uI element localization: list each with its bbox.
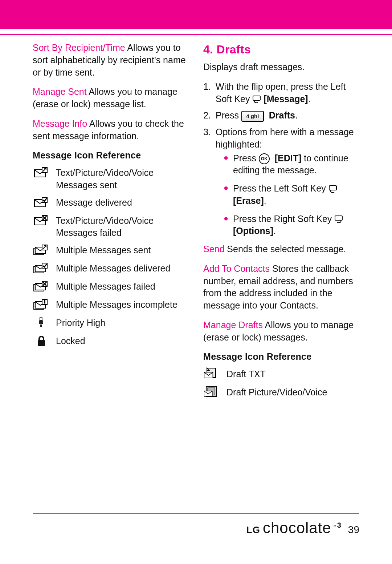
multi-failed-icon bbox=[33, 279, 49, 294]
term: Send bbox=[203, 244, 224, 254]
brand-lg: LG bbox=[246, 524, 260, 535]
def-send: Send Sends the selected message. bbox=[203, 243, 359, 255]
list-item: Multiple Messages sent bbox=[33, 243, 189, 257]
envelope-check-icon bbox=[33, 195, 49, 210]
term: Add To Contacts bbox=[203, 263, 270, 274]
page-number: 39 bbox=[348, 523, 359, 537]
steps: With the flip open, press the Left Soft … bbox=[203, 81, 359, 237]
icon-label: Draft Picture/Video/Voice bbox=[226, 385, 359, 399]
icon-label: Multiple Messages failed bbox=[56, 279, 189, 293]
list-item: Draft Picture/Video/Voice bbox=[203, 385, 359, 399]
bullet-erase: Press the Left Soft Key [Erase]. bbox=[226, 182, 359, 207]
step-1: With the flip open, press the Left Soft … bbox=[213, 81, 359, 105]
term: Message Info bbox=[33, 118, 87, 129]
icon-ref-heading: Message Icon Reference bbox=[203, 351, 359, 363]
step-2: Press 4 ghi Drafts. bbox=[213, 109, 359, 122]
desc: Sends the selected message. bbox=[224, 244, 346, 254]
list-item: Text/Picture/Video/Voice Messages sent bbox=[33, 165, 189, 192]
list-item: Multiple Messages failed bbox=[33, 279, 189, 294]
header-bar bbox=[0, 0, 392, 29]
envelope-failed-icon bbox=[33, 213, 49, 228]
list-item: Multiple Messages incomplete bbox=[33, 297, 189, 312]
step-3: Options from here with a message highlig… bbox=[213, 126, 359, 237]
icon-label: Priority High bbox=[56, 315, 189, 329]
icon-label: Multiple Messages sent bbox=[56, 243, 189, 257]
multi-send-icon bbox=[33, 243, 49, 257]
brand-mark: LG chocolate™3 39 bbox=[33, 518, 359, 539]
multi-incomplete-icon bbox=[33, 297, 49, 312]
def-add-contacts: Add To Contacts Stores the callback numb… bbox=[203, 263, 359, 312]
keypad-4-icon: 4 ghi bbox=[241, 111, 264, 122]
right-column: 4. Drafts Displays draft messages. With … bbox=[203, 42, 359, 403]
softkey-left-icon bbox=[252, 95, 261, 104]
icon-label: Multiple Messages incomplete bbox=[56, 297, 189, 311]
icon-label: Multiple Messages delivered bbox=[56, 261, 189, 275]
softkey-right-icon bbox=[334, 215, 343, 224]
softkey-left-icon bbox=[328, 185, 337, 194]
icon-label: Text/Picture/Video/Voice Messages failed bbox=[56, 213, 189, 239]
term: Sort By Recipient/Time bbox=[33, 43, 125, 53]
icon-reference-list: Draft TXT Draft Picture/Video/Voice bbox=[203, 367, 359, 399]
icon-ref-heading: Message Icon Reference bbox=[33, 149, 189, 162]
def-manage-sent: Manage Sent Allows you to manage (erase … bbox=[33, 86, 189, 110]
def-sort: Sort By Recipient/Time Allows you to sor… bbox=[33, 42, 189, 78]
icon-label: Locked bbox=[56, 334, 189, 347]
draft-media-icon bbox=[203, 385, 220, 399]
icon-label: Draft TXT bbox=[226, 367, 359, 380]
draft-txt-icon bbox=[203, 367, 220, 381]
locked-icon bbox=[33, 334, 49, 348]
icon-reference-list: Text/Picture/Video/Voice Messages sent M… bbox=[33, 165, 189, 348]
list-item: Priority High bbox=[33, 315, 189, 330]
def-manage-drafts: Manage Drafts Allows you to manage (eras… bbox=[203, 319, 359, 344]
priority-high-icon bbox=[33, 315, 49, 330]
list-item: Multiple Messages delivered bbox=[33, 261, 189, 275]
envelope-send-icon bbox=[33, 165, 49, 180]
page-footer: LG chocolate™3 39 bbox=[33, 513, 359, 539]
icon-label: Message delivered bbox=[56, 195, 189, 209]
ok-button-icon: OK bbox=[259, 153, 270, 164]
bullet-options: Press the Right Soft Key [Options]. bbox=[226, 213, 359, 238]
term: Manage Sent bbox=[33, 86, 87, 97]
def-message-info: Message Info Allows you to check the sen… bbox=[33, 118, 189, 142]
bullet-edit: Press OK [EDIT] to continue editing the … bbox=[226, 152, 359, 177]
icon-label: Text/Picture/Video/Voice Messages sent bbox=[56, 165, 189, 192]
section-heading-drafts: 4. Drafts bbox=[203, 42, 359, 57]
list-item: Text/Picture/Video/Voice Messages failed bbox=[33, 213, 189, 239]
list-item: Draft TXT bbox=[203, 367, 359, 381]
left-column: Sort By Recipient/Time Allows you to sor… bbox=[33, 42, 189, 403]
footer-rule bbox=[33, 513, 359, 514]
term: Manage Drafts bbox=[203, 320, 263, 330]
list-item: Locked bbox=[33, 334, 189, 348]
section-intro: Displays draft messages. bbox=[203, 61, 359, 73]
list-item: Message delivered bbox=[33, 195, 189, 210]
brand-chocolate: chocolate™3 bbox=[263, 519, 342, 536]
multi-check-icon bbox=[33, 261, 49, 275]
